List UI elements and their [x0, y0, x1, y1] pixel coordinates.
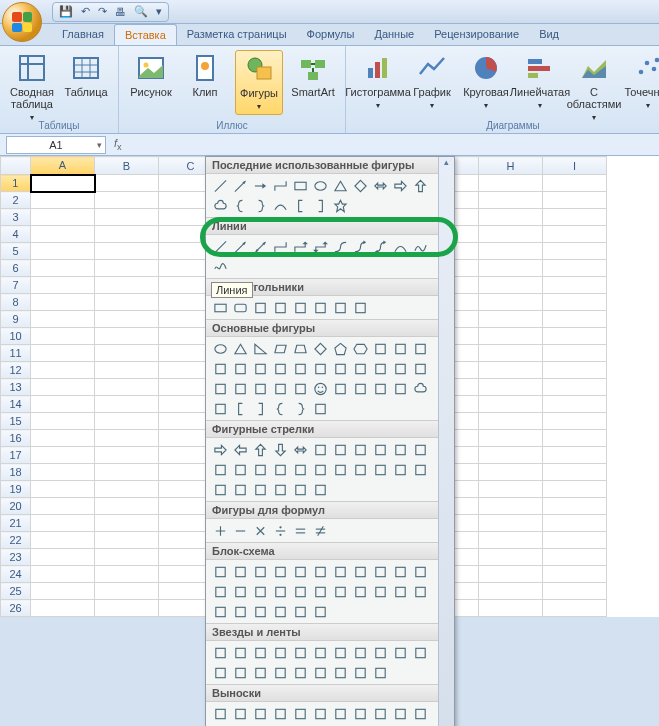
- shape-pie[interactable]: [232, 360, 249, 377]
- tab-данные[interactable]: Данные: [364, 24, 424, 45]
- row-header-3[interactable]: 3: [1, 209, 31, 226]
- ribbon-btn-pivot[interactable]: Своднаятаблица ▾: [8, 50, 56, 125]
- cell-I26[interactable]: [543, 600, 607, 617]
- row-header-11[interactable]: 11: [1, 345, 31, 362]
- shape-doc[interactable]: [312, 400, 329, 417]
- shape-donut[interactable]: [252, 380, 269, 397]
- shape-quadcall[interactable]: [292, 481, 309, 498]
- shape-mult[interactable]: [252, 522, 269, 539]
- cell-A22[interactable]: [31, 532, 95, 549]
- cell-H25[interactable]: [479, 583, 543, 600]
- shape-tear[interactable]: [272, 360, 289, 377]
- shape-ribbon-cu[interactable]: [272, 664, 289, 681]
- shape-lightning[interactable]: [352, 380, 369, 397]
- shape-chord[interactable]: [252, 360, 269, 377]
- cell-H5[interactable]: [479, 243, 543, 260]
- shape-bent-up[interactable]: [212, 461, 229, 478]
- cell-A14[interactable]: [31, 396, 95, 413]
- cell-H12[interactable]: [479, 362, 543, 379]
- shape-snip-diag[interactable]: [292, 299, 309, 316]
- row-header-7[interactable]: 7: [1, 277, 31, 294]
- row-header-4[interactable]: 4: [1, 226, 31, 243]
- shape-dwave[interactable]: [372, 664, 389, 681]
- cell-I3[interactable]: [543, 209, 607, 226]
- shape-snip1[interactable]: [252, 299, 269, 316]
- ribbon-btn-scatter[interactable]: Точечная ▾: [624, 50, 659, 113]
- cell-I12[interactable]: [543, 362, 607, 379]
- shape-dec[interactable]: [412, 340, 429, 357]
- col-header-H[interactable]: H: [479, 157, 543, 175]
- cell-B12[interactable]: [95, 362, 159, 379]
- shape-sumjunc[interactable]: [312, 583, 329, 600]
- shape-round-rect[interactable]: [232, 299, 249, 316]
- shape-sort[interactable]: [372, 583, 389, 600]
- cell-I23[interactable]: [543, 549, 607, 566]
- shape-lbrack[interactable]: [232, 400, 249, 417]
- cell-A15[interactable]: [31, 413, 95, 430]
- cell-H6[interactable]: [479, 260, 543, 277]
- shape-heart[interactable]: [332, 380, 349, 397]
- shape-card[interactable]: [272, 583, 289, 600]
- shape-rbrack[interactable]: [312, 197, 329, 214]
- shape-chevron[interactable]: [372, 461, 389, 478]
- cell-A21[interactable]: [31, 515, 95, 532]
- cell-I22[interactable]: [543, 532, 607, 549]
- shape-can[interactable]: [412, 360, 429, 377]
- shape-lbrace[interactable]: [272, 400, 289, 417]
- cell-I21[interactable]: [543, 515, 607, 532]
- shape-uturn[interactable]: [392, 441, 409, 458]
- shape-manual[interactable]: [212, 583, 229, 600]
- shape-line2[interactable]: [312, 705, 329, 722]
- shape-rarrow[interactable]: [392, 177, 409, 194]
- cell-B18[interactable]: [95, 464, 159, 481]
- row-header-21[interactable]: 21: [1, 515, 31, 532]
- shape-alt[interactable]: [232, 563, 249, 580]
- tab-формулы[interactable]: Формулы: [297, 24, 365, 45]
- row-header-15[interactable]: 15: [1, 413, 31, 430]
- row-header-8[interactable]: 8: [1, 294, 31, 311]
- cell-B1[interactable]: [95, 175, 159, 192]
- cell-B7[interactable]: [95, 277, 159, 294]
- shape-udarrow[interactable]: [312, 441, 329, 458]
- shape-pentarrow[interactable]: [352, 461, 369, 478]
- shape-no[interactable]: [272, 380, 289, 397]
- shape-notched[interactable]: [332, 461, 349, 478]
- shape-data[interactable]: [272, 563, 289, 580]
- cell-A3[interactable]: [31, 209, 95, 226]
- cell-B22[interactable]: [95, 532, 159, 549]
- shape-calloval[interactable]: [252, 705, 269, 722]
- cell-I10[interactable]: [543, 328, 607, 345]
- cell-I7[interactable]: [543, 277, 607, 294]
- shape-magdisk[interactable]: [272, 603, 289, 620]
- cell-I25[interactable]: [543, 583, 607, 600]
- shape-lrarrow[interactable]: [292, 441, 309, 458]
- shape-star4[interactable]: [252, 644, 269, 661]
- shape-rarrow[interactable]: [212, 441, 229, 458]
- row-header-16[interactable]: 16: [1, 430, 31, 447]
- cell-B13[interactable]: [95, 379, 159, 396]
- save-icon[interactable]: 💾: [59, 5, 73, 18]
- shape-para[interactable]: [272, 340, 289, 357]
- tab-главная[interactable]: Главная: [52, 24, 114, 45]
- cell-I8[interactable]: [543, 294, 607, 311]
- cell-B10[interactable]: [95, 328, 159, 345]
- cell-B20[interactable]: [95, 498, 159, 515]
- shape-line[interactable]: [212, 177, 229, 194]
- row-header-2[interactable]: 2: [1, 192, 31, 209]
- shape-diamond[interactable]: [312, 340, 329, 357]
- shape-cloud[interactable]: [212, 197, 229, 214]
- cell-H19[interactable]: [479, 481, 543, 498]
- cell-A17[interactable]: [31, 447, 95, 464]
- shape-doc2[interactable]: [332, 563, 349, 580]
- cell-B4[interactable]: [95, 226, 159, 243]
- shape-diamond[interactable]: [352, 177, 369, 194]
- cell-B24[interactable]: [95, 566, 159, 583]
- shape-expl1[interactable]: [212, 644, 229, 661]
- shape-merge[interactable]: [412, 583, 429, 600]
- shape-cube[interactable]: [212, 380, 229, 397]
- shape-expl2[interactable]: [232, 644, 249, 661]
- shape-tri[interactable]: [232, 340, 249, 357]
- tab-вставка[interactable]: Вставка: [114, 24, 177, 45]
- shape-star32[interactable]: [212, 664, 229, 681]
- cell-H17[interactable]: [479, 447, 543, 464]
